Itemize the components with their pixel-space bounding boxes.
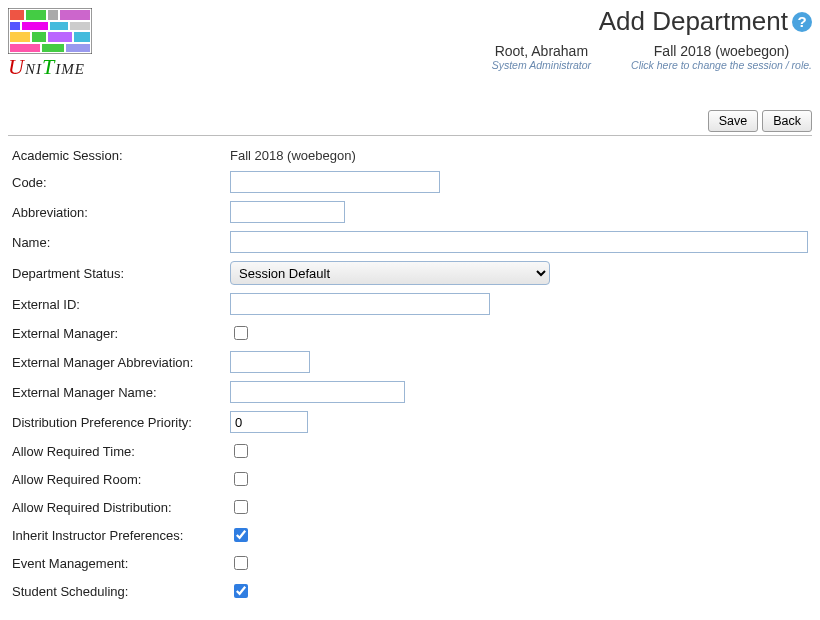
external-id-label: External ID: <box>8 289 226 319</box>
session-name: Fall 2018 (woebegon) <box>631 43 812 59</box>
svg-rect-4 <box>60 10 90 20</box>
academic-session-value: Fall 2018 (woebegon) <box>226 144 812 167</box>
allow-req-dist-label: Allow Required Distribution: <box>8 493 226 521</box>
ext-mgr-name-input[interactable] <box>230 381 405 403</box>
svg-rect-2 <box>26 10 46 20</box>
session-selector[interactable]: Fall 2018 (woebegon) Click here to chang… <box>631 43 812 71</box>
inherit-instr-pref-checkbox[interactable] <box>234 528 248 542</box>
svg-rect-11 <box>48 32 72 42</box>
page-title: Add Department ? <box>492 6 812 37</box>
svg-rect-16 <box>66 44 90 52</box>
user-name: Root, Abraham <box>492 43 591 59</box>
svg-rect-5 <box>10 22 20 30</box>
name-label: Name: <box>8 227 226 257</box>
ext-mgr-abbrev-label: External Manager Abbreviation: <box>8 347 226 377</box>
svg-rect-12 <box>74 32 90 42</box>
student-sched-checkbox[interactable] <box>234 584 248 598</box>
svg-rect-6 <box>22 22 48 30</box>
allow-req-time-checkbox[interactable] <box>234 444 248 458</box>
logo-text: UniTime <box>8 54 92 80</box>
svg-rect-7 <box>50 22 68 30</box>
page-header: UniTime Add Department ? Root, Abraham S… <box>8 6 812 80</box>
dist-pref-priority-label: Distribution Preference Priority: <box>8 407 226 437</box>
ext-mgr-abbrev-input[interactable] <box>230 351 310 373</box>
back-button[interactable]: Back <box>762 110 812 132</box>
dept-status-select[interactable]: Session Default <box>230 261 550 285</box>
event-mgmt-label: Event Management: <box>8 549 226 577</box>
student-sched-label: Student Scheduling: <box>8 577 226 605</box>
allow-req-time-label: Allow Required Time: <box>8 437 226 465</box>
app-logo[interactable]: UniTime <box>8 6 92 80</box>
help-icon[interactable]: ? <box>792 12 812 32</box>
top-toolbar: Save Back <box>8 110 812 136</box>
external-manager-checkbox[interactable] <box>234 326 248 340</box>
department-form: Academic Session: Fall 2018 (woebegon) C… <box>8 144 812 605</box>
allow-req-room-label: Allow Required Room: <box>8 465 226 493</box>
inherit-instr-pref-label: Inherit Instructor Preferences: <box>8 521 226 549</box>
code-label: Code: <box>8 167 226 197</box>
code-input[interactable] <box>230 171 440 193</box>
abbreviation-input[interactable] <box>230 201 345 223</box>
svg-rect-14 <box>10 44 40 52</box>
academic-session-label: Academic Session: <box>8 144 226 167</box>
svg-rect-8 <box>70 22 90 30</box>
user-role: System Administrator <box>492 59 591 71</box>
event-mgmt-checkbox[interactable] <box>234 556 248 570</box>
external-manager-label: External Manager: <box>8 319 226 347</box>
user-info[interactable]: Root, Abraham System Administrator <box>492 43 591 71</box>
dept-status-label: Department Status: <box>8 257 226 289</box>
svg-rect-10 <box>32 32 46 42</box>
logo-icon <box>8 8 92 54</box>
abbreviation-label: Abbreviation: <box>8 197 226 227</box>
dist-pref-priority-input[interactable] <box>230 411 308 433</box>
svg-rect-15 <box>42 44 64 52</box>
external-id-input[interactable] <box>230 293 490 315</box>
name-input[interactable] <box>230 231 808 253</box>
svg-rect-1 <box>10 10 24 20</box>
svg-rect-3 <box>48 10 58 20</box>
session-info: Root, Abraham System Administrator Fall … <box>492 43 812 71</box>
svg-rect-9 <box>10 32 30 42</box>
allow-req-room-checkbox[interactable] <box>234 472 248 486</box>
allow-req-dist-checkbox[interactable] <box>234 500 248 514</box>
change-session-link[interactable]: Click here to change the session / role. <box>631 59 812 71</box>
save-button[interactable]: Save <box>708 110 759 132</box>
ext-mgr-name-label: External Manager Name: <box>8 377 226 407</box>
